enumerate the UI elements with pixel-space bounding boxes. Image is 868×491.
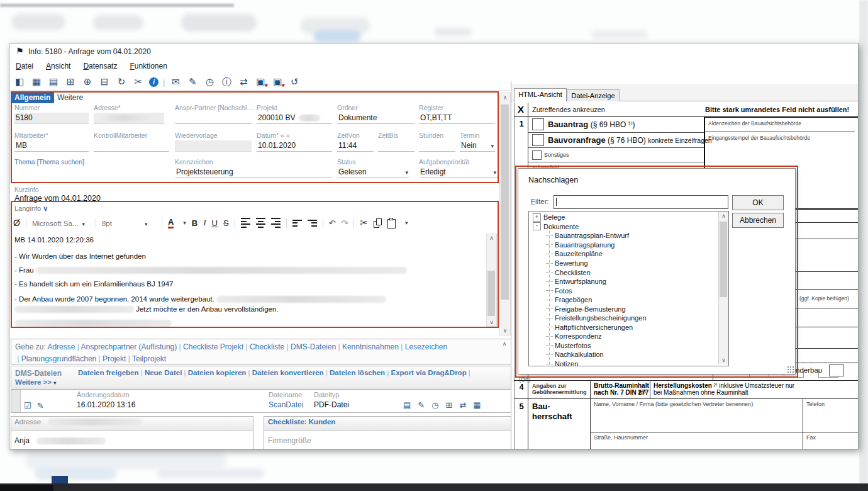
file-row-name[interactable]: ScanDatei [269,400,303,409]
goto-link-planungsgrundflächen[interactable]: Planungsgrundflächen [21,354,96,363]
record-add-icon[interactable]: ⊞ [64,76,77,87]
dms-more-link[interactable]: Weitere >> ▾ [15,378,56,386]
dms-link-dateien-konvertieren[interactable]: Dateien konvertieren [252,369,324,376]
menu-funktionen[interactable]: Funktionen [123,60,173,72]
tree-item-haftpflichtversicherungen[interactable]: Haftpflichtversicherungen [529,323,718,332]
underline-button[interactable]: U [212,218,218,228]
row-selector-column[interactable] [11,390,21,412]
mail-forward-icon[interactable]: ✉ [169,76,182,87]
thema-search-link[interactable]: Thema [Thema suchen] [14,158,165,166]
font-size-select[interactable]: 8pt▾ [102,218,156,228]
save-icon[interactable]: ▤ [47,76,60,87]
aufgabenprioritaet-select[interactable]: Erledigt▾ [419,167,498,178]
tree-item-dokumente[interactable]: -Dokumente [529,222,718,232]
scroll-up-icon[interactable]: ∧ [501,341,508,347]
align-center-icon[interactable] [256,218,265,228]
column-header-aenderungsdatum[interactable]: Änderungsdatum [77,391,130,398]
filter-input[interactable] [554,195,728,209]
chevron-down-icon[interactable]: ▾ [493,167,496,178]
register-input[interactable]: OT,BT,TT [419,113,495,124]
ansprpartner-input[interactable] [175,113,252,124]
bauantrag-checkbox[interactable] [532,118,544,130]
checkliste-row[interactable]: Firmengröße [264,431,511,449]
tree-item-korrespondenz[interactable]: Korrespondenz [529,332,718,341]
tree-item-fotos[interactable]: Fotos [529,286,718,295]
chevron-down-icon[interactable]: ▾ [491,141,494,152]
tree-item-freistellungsbescheinigungen[interactable]: Freistellungsbescheinigungen [529,313,718,323]
file-info-icon[interactable]: ⓘ [220,76,233,88]
title-bar[interactable]: ⚑ Info: 5180 - Anfrage vom 04.01.2020 [9,43,858,60]
tab-datei-anzeige[interactable]: Datei-Anzeige [567,89,620,101]
column-header-dateiname[interactable]: Dateiname [269,391,302,398]
goto-link-dms-dateien[interactable]: DMS-Dateien [291,342,336,351]
chevron-down-icon[interactable]: ▾ [405,167,408,178]
tab-weitere[interactable]: Weitere [53,93,87,103]
chevron-down-icon[interactable]: ▾ [183,220,186,226]
tree-item-bauantragsplanung[interactable]: Bauantragsplanung [529,240,718,250]
align-left-icon[interactable] [241,218,250,228]
kennzeichen-input[interactable]: Projektsteuerung [175,167,332,178]
refresh-icon[interactable]: ↻ [115,76,128,87]
copy-icon[interactable] [374,218,382,228]
tree-item-belege[interactable]: +Belege [529,213,718,222]
scrollbar-thumb[interactable] [487,271,495,316]
adresse-input[interactable] [94,113,164,124]
adresse-panel-header[interactable]: Adresse [11,417,253,431]
dms-link-export-via-drag-drop[interactable]: Export via Drag&Drop [391,369,467,376]
dms-link-dateien-kopieren[interactable]: Dateien kopieren [188,369,247,376]
save-all-icon[interactable]: ▦ [30,76,43,87]
sonstiges-checkbox[interactable] [532,150,542,160]
export-remove-alt-icon[interactable]: ▣✱ [271,76,284,87]
menu-datensatz[interactable]: Datensatz [77,60,123,72]
tree-item-nachkalkulation[interactable]: Nachkalkulation [529,350,718,359]
editor-scrollbar[interactable]: ∧ ∨ [486,234,497,327]
note-edit-icon[interactable]: ✎ [186,76,199,87]
status-select[interactable]: Gelesen▾ [337,167,409,178]
editor-content[interactable]: MB 14.01.2020 12:20:36 - Wir Wurden über… [13,232,485,327]
record-remove-icon[interactable]: ⊟ [98,76,111,87]
font-family-select[interactable]: Microsoft Sa...▾ [32,218,90,228]
dms-link-dateien-löschen[interactable]: Dateien löschen [330,369,385,376]
column-header-dateityp[interactable]: Dateityp [314,391,339,398]
italic-button[interactable]: I [203,218,206,228]
restore-icon[interactable]: ↺ [288,76,301,87]
scrollbar-thumb[interactable] [720,222,727,297]
scroll-up-icon[interactable]: ∧ [719,213,728,219]
zeitvon-input[interactable]: 11:44 [337,140,374,152]
kurzinfo-value[interactable]: Anfrage vom 04.01.2020 [14,194,101,203]
tab-html-ansicht[interactable]: HTML-Ansicht [514,88,567,102]
unlink-icon[interactable]: ✂ [132,76,145,87]
file-row-datum[interactable]: 16.01.2020 13:16 [77,400,135,409]
clear-format-button[interactable]: Ø [13,218,20,228]
scroll-down-icon[interactable]: ∨ [500,327,510,334]
file-history-icon[interactable]: ◷ [431,400,438,410]
file-edit-icon[interactable]: ✎ [418,400,425,410]
stunden-input[interactable] [419,140,455,152]
align-right-icon[interactable] [271,218,281,228]
cut-icon[interactable]: ✂ [360,217,368,229]
datum-input[interactable]: 10.01.2020 [257,140,332,152]
resize-grip[interactable] [787,366,794,373]
cancel-button[interactable]: Abbrechen [732,213,784,228]
tree-item-musterfotos[interactable]: Musterfotos [529,341,718,351]
goto-link-lesezeichen[interactable]: Lesezeichen [405,342,447,351]
transfer-icon[interactable]: ⇄ [237,76,250,87]
redo-icon[interactable]: ↷ [342,218,348,228]
nummer-input[interactable]: 5180 [14,113,89,124]
tree-item-fragebögen[interactable]: Fragebögen [529,295,718,305]
checkliste-panel-header[interactable]: Checkliste: Kunden [264,417,511,431]
scroll-down-icon[interactable]: ∨ [487,319,496,325]
info-icon[interactable]: i [149,77,159,87]
ordner-input[interactable]: Dokumente [337,113,415,124]
goto-link-adresse[interactable]: Adresse [47,342,75,351]
ok-button[interactable]: OK [732,195,784,210]
strikethrough-button[interactable]: S [223,218,229,228]
zeitbis-input[interactable] [378,140,415,152]
outdent-icon[interactable] [292,220,302,227]
projekt-input[interactable]: 200010 BV [257,113,332,124]
signature-icon[interactable]: ✎ [37,401,44,410]
bauvoranfrage-checkbox[interactable] [532,134,544,146]
goto-link-checkliste[interactable]: Checkliste [250,342,284,351]
file-copy-icon[interactable]: ⊞ [446,400,453,410]
expand-icon[interactable]: + [533,213,541,222]
